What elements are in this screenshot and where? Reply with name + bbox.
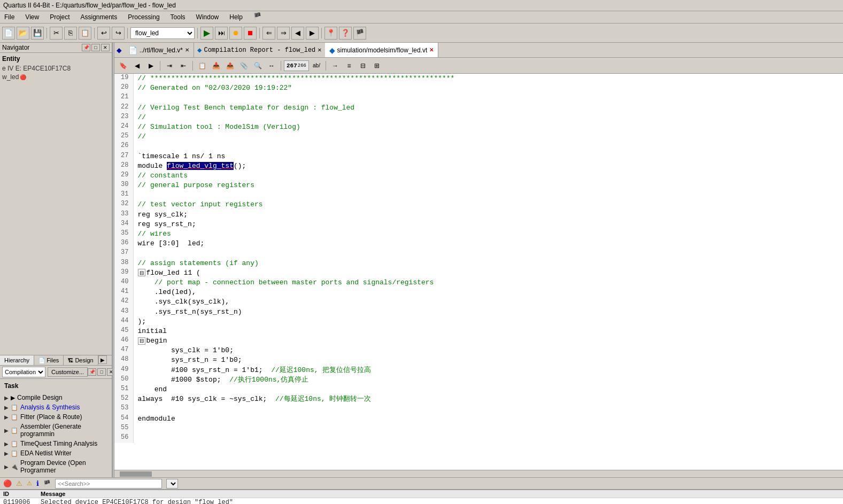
search-type-dropdown[interactable]: [166, 479, 178, 489]
save-btn[interactable]: 💾: [31, 27, 44, 40]
stop-btn[interactable]: ⏹: [244, 27, 257, 40]
message-row-1[interactable]: 0119006 Selected device EP4CE10F17C8 for…: [0, 498, 843, 504]
code-line-53: 53: [114, 404, 843, 414]
code-line-19: 19 // **********************************…: [114, 74, 843, 83]
task-eda-netlist[interactable]: ▶ 📋 EDA Netlist Writer: [2, 448, 110, 458]
unindent-btn[interactable]: ⇤: [177, 60, 190, 72]
search-input[interactable]: [55, 479, 162, 489]
task-eda-label: EDA Netlist Writer: [20, 449, 72, 457]
compile-all-btn[interactable]: ⏭: [215, 27, 228, 40]
nav-tab-design[interactable]: 🏗 Design: [64, 355, 98, 365]
task-timequest[interactable]: ▶ 📋 TimeQuest Timing Analysis: [2, 439, 110, 448]
left-panel: Navigator 📌 □ ✕ Entity e IV E: EP4CE10F1…: [0, 43, 112, 477]
bookmark-btn[interactable]: 🔖: [117, 60, 129, 72]
task-analysis-label: Analysis & Synthesis: [20, 404, 80, 411]
task-assembler[interactable]: ▶ 📋 Assembler (Generate programmin: [2, 422, 110, 439]
editor-area: ◆ 📄 ../rtl/flow_led.v* ✕ ◆ Compilation R…: [114, 43, 843, 477]
task-fitter[interactable]: ▶ 📋 Fitter (Place & Route): [2, 412, 110, 422]
code-line-32: 32 // test vector input registers: [114, 200, 843, 210]
entity-label: Entity: [2, 55, 110, 63]
task-compile-design[interactable]: ▶ ▶ Compile Design: [2, 393, 110, 402]
menu-assignments[interactable]: Assignments: [79, 12, 120, 22]
task-program-device[interactable]: ▶ 🔌 Program Device (Open Programmer: [2, 458, 110, 475]
project-dropdown[interactable]: flow_led: [130, 27, 195, 39]
start-btn[interactable]: ⏺: [229, 27, 242, 40]
navigator-close-btn[interactable]: ✕: [101, 44, 110, 51]
pin-right-btn[interactable]: ⇒: [277, 27, 290, 40]
compilation-tab-label[interactable]: Compilation Report - flow_led: [204, 46, 315, 54]
menu-view[interactable]: View: [23, 12, 41, 22]
line-counter-sub: 266: [298, 63, 306, 68]
attach-btn[interactable]: 📎: [237, 60, 250, 72]
task-compile-icon: ▶: [11, 394, 15, 401]
tab-rtl-close[interactable]: ✕: [185, 47, 189, 53]
menu-tools[interactable]: Tools: [168, 12, 188, 22]
insert-btn[interactable]: 📥: [210, 60, 222, 72]
navigator-maximize-btn[interactable]: □: [91, 44, 100, 51]
tasks-pin-btn[interactable]: 📌: [88, 368, 96, 376]
navigator-controls: 📌 □ ✕: [82, 44, 110, 51]
cut-btn[interactable]: ✂: [50, 27, 63, 40]
bookmark-next-btn[interactable]: ▶: [144, 60, 157, 72]
menu-help[interactable]: Help: [227, 12, 245, 22]
ext-btn[interactable]: 🏴: [353, 27, 366, 40]
insert2-btn[interactable]: 📤: [223, 60, 236, 72]
tasks-customize-btn[interactable]: Customize...: [48, 367, 88, 377]
open-file-btn[interactable]: 📂: [17, 27, 29, 40]
locate-btn[interactable]: 📍: [324, 27, 337, 40]
code-line-37: 37: [114, 249, 843, 258]
tasks-dropdown[interactable]: Compilation: [2, 367, 45, 377]
menu-file[interactable]: File: [2, 12, 17, 22]
fold-btn-46[interactable]: ⊟: [138, 337, 145, 345]
copy-btn[interactable]: ⎘: [64, 27, 77, 40]
fold-btn-39[interactable]: ⊟: [138, 269, 145, 276]
arrow-right-btn[interactable]: →: [329, 60, 342, 72]
menu-project[interactable]: Project: [48, 12, 72, 22]
menu-window[interactable]: Window: [194, 12, 221, 22]
code-editor[interactable]: 19 // **********************************…: [114, 74, 843, 470]
nav-tab-expand-btn[interactable]: ▶: [98, 355, 107, 364]
compilation-tab-close[interactable]: ✕: [318, 46, 321, 54]
h-scrollbar[interactable]: [114, 470, 843, 477]
messages-header: ID Message: [0, 490, 843, 498]
pin-left-btn[interactable]: ⇐: [262, 27, 275, 40]
status-info-icon: ℹ: [36, 479, 39, 487]
tab-simulation[interactable]: ◆ simulation/modelsim/flow_led.vt ✕: [325, 43, 439, 57]
compile-btn[interactable]: ▶: [200, 27, 213, 40]
h-scrollbar-thumb[interactable]: [120, 471, 152, 477]
nav-tab-files[interactable]: 📄 Files: [34, 355, 64, 365]
toggle-btn[interactable]: ↔: [265, 60, 278, 72]
new-file-btn[interactable]: 📄: [2, 27, 15, 40]
list2-btn[interactable]: ⊟: [357, 60, 369, 72]
back-btn[interactable]: ◀: [291, 27, 304, 40]
task-eda-icon: 📋: [11, 450, 18, 457]
ab-btn[interactable]: ab/: [310, 60, 323, 72]
redo-btn[interactable]: ↪: [112, 27, 125, 40]
code-line-47: 47 sys_clk = 1'b0;: [114, 346, 843, 355]
status-warning-icon: ⚠: [16, 479, 22, 487]
entity-section: Entity e IV E: EP4CE10F17C8 w_led 🔴: [0, 53, 112, 83]
task-fitter-arrow: ▶: [4, 414, 9, 420]
tasks-maximize-btn[interactable]: □: [97, 368, 106, 376]
tab-bar: ◆ 📄 ../rtl/flow_led.v* ✕ ◆ Compilation R…: [114, 43, 843, 58]
nav-tab-hierarchy[interactable]: Hierarchy: [0, 355, 34, 365]
tab-rtl-flow-led[interactable]: 📄 ../rtl/flow_led.v* ✕: [124, 43, 194, 57]
undo-btn[interactable]: ↩: [97, 27, 110, 40]
task-analysis-synthesis[interactable]: ▶ 📋 Analysis & Synthesis: [2, 402, 110, 412]
code-line-49: 49 #100 sys_rst_n = 1'b1; //延迟100ns, 把复位…: [114, 366, 843, 375]
forward-btn[interactable]: ▶: [306, 27, 319, 40]
find-btn[interactable]: 🔍: [251, 60, 264, 72]
help-btn[interactable]: ❓: [339, 27, 352, 40]
template-btn[interactable]: 📋: [196, 60, 208, 72]
navigator-pin-btn[interactable]: 📌: [82, 44, 90, 51]
toolbar: 📄 📂 💾 ✂ ⎘ 📋 ↩ ↪ flow_led ▶ ⏭ ⏺ ⏹ ⇐ ⇒ ◀ ▶…: [0, 24, 843, 43]
edit-sep-3: [281, 61, 281, 71]
list-btn[interactable]: ≡: [343, 60, 355, 72]
grid-btn[interactable]: ⊞: [370, 60, 383, 72]
bookmark-prev-btn[interactable]: ◀: [130, 60, 143, 72]
tab-sim-close[interactable]: ✕: [429, 47, 434, 53]
paste-btn[interactable]: 📋: [79, 27, 91, 40]
menu-processing[interactable]: Processing: [126, 12, 161, 22]
code-line-25: 25 //: [114, 132, 843, 142]
indent-btn[interactable]: ⇥: [163, 60, 176, 72]
